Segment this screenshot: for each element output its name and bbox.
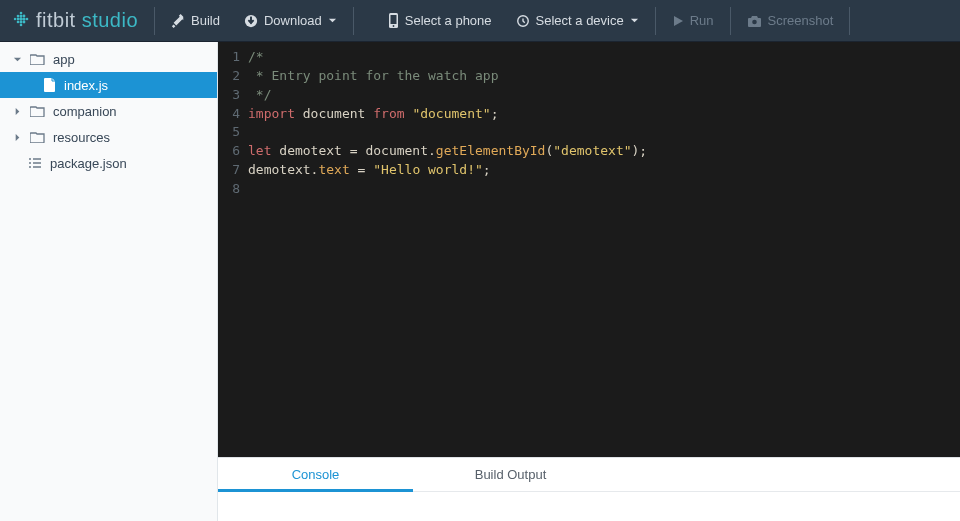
- camera-icon: [747, 15, 762, 27]
- bottom-tabs: Console Build Output: [218, 458, 960, 492]
- divider: [849, 7, 850, 35]
- svg-point-11: [23, 21, 26, 24]
- svg-point-4: [20, 12, 23, 15]
- svg-rect-15: [390, 15, 396, 24]
- phone-icon: [388, 13, 399, 28]
- tab-label: Console: [292, 467, 340, 482]
- play-icon: [672, 15, 684, 27]
- watch-icon: [516, 14, 530, 28]
- tab-label: Build Output: [475, 467, 547, 482]
- select-device-button[interactable]: Select a device: [504, 0, 651, 42]
- file-icon: [44, 78, 56, 92]
- chevron-down-icon: [328, 16, 337, 25]
- divider: [730, 7, 731, 35]
- build-label: Build: [191, 13, 220, 28]
- select-device-label: Select a device: [536, 13, 624, 28]
- svg-point-3: [17, 21, 20, 24]
- tree-file-index-js[interactable]: index.js: [0, 72, 217, 98]
- folder-icon: [30, 105, 45, 117]
- logo[interactable]: fitbit studio: [6, 9, 150, 32]
- svg-point-2: [17, 18, 20, 21]
- tree-label: app: [53, 52, 217, 67]
- line-gutter: 1 2 3 4 5 6 7 8: [218, 48, 248, 457]
- divider: [154, 7, 155, 35]
- bottom-panel: Console Build Output: [218, 457, 960, 521]
- code-editor[interactable]: 1 2 3 4 5 6 7 8 /* * Entry point for the…: [218, 42, 960, 457]
- tree-label: index.js: [64, 78, 217, 93]
- svg-point-16: [392, 25, 394, 27]
- tab-console[interactable]: Console: [218, 458, 413, 491]
- code-content: /* * Entry point for the watch app */imp…: [248, 48, 647, 457]
- fitbit-icon: [12, 10, 30, 31]
- list-icon: [28, 157, 42, 169]
- folder-icon: [30, 131, 45, 143]
- tree-label: resources: [53, 130, 217, 145]
- svg-point-5: [20, 15, 23, 18]
- select-phone-label: Select a phone: [405, 13, 492, 28]
- folder-open-icon: [30, 53, 45, 65]
- screenshot-button[interactable]: Screenshot: [735, 0, 846, 42]
- svg-point-8: [20, 24, 23, 27]
- svg-point-0: [14, 18, 16, 20]
- run-button[interactable]: Run: [660, 0, 726, 42]
- chevron-right-icon: [12, 107, 22, 116]
- download-button[interactable]: Download: [232, 0, 349, 42]
- tree-folder-resources[interactable]: resources: [0, 124, 217, 150]
- tree-label: package.json: [50, 156, 217, 171]
- tree-folder-app[interactable]: app: [0, 46, 217, 72]
- logo-text-studio: studio: [82, 9, 138, 32]
- svg-point-10: [22, 17, 25, 20]
- tab-build-output[interactable]: Build Output: [413, 458, 608, 491]
- hammer-icon: [171, 14, 185, 28]
- svg-point-9: [23, 15, 26, 18]
- tree-file-package-json[interactable]: package.json: [0, 150, 217, 176]
- svg-point-1: [17, 15, 20, 18]
- file-explorer: app index.js companion resources package…: [0, 42, 218, 521]
- divider: [353, 7, 354, 35]
- tree-label: companion: [53, 104, 217, 119]
- chevron-right-icon: [12, 133, 22, 142]
- run-label: Run: [690, 13, 714, 28]
- download-icon: [244, 14, 258, 28]
- logo-text-fitbit: fitbit: [36, 9, 76, 32]
- workspace: app index.js companion resources package…: [0, 42, 960, 521]
- build-button[interactable]: Build: [159, 0, 232, 42]
- chevron-down-icon: [630, 16, 639, 25]
- chevron-down-icon: [12, 55, 22, 64]
- screenshot-label: Screenshot: [768, 13, 834, 28]
- download-label: Download: [264, 13, 322, 28]
- svg-point-12: [26, 18, 29, 21]
- svg-point-7: [20, 21, 23, 24]
- svg-point-18: [752, 19, 757, 24]
- divider: [655, 7, 656, 35]
- tree-folder-companion[interactable]: companion: [0, 98, 217, 124]
- top-toolbar: fitbit studio Build Download Select a ph…: [0, 0, 960, 42]
- svg-point-6: [19, 17, 22, 20]
- editor-area: 1 2 3 4 5 6 7 8 /* * Entry point for the…: [218, 42, 960, 521]
- select-phone-button[interactable]: Select a phone: [376, 0, 504, 42]
